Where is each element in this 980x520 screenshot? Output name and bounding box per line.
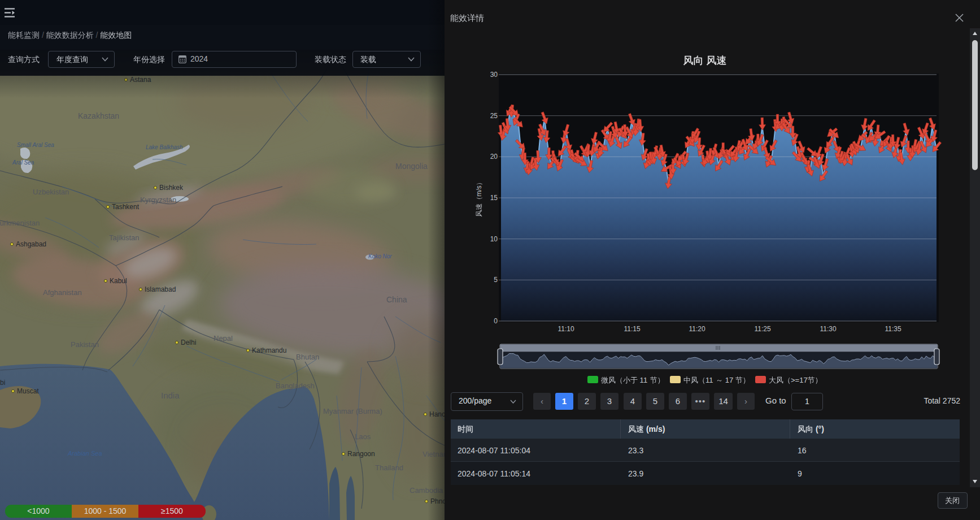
svg-text:11: 11 (638, 376, 650, 384)
svg-text:/: / (40, 31, 46, 40)
svg-text:17: 17 (723, 376, 735, 384)
svg-text:>=17: >=17 (791, 376, 808, 384)
svg-text:11: 11 (705, 376, 715, 384)
svg-text:(m/s): (m/s) (644, 424, 665, 434)
svg-text:m/s: m/s (475, 185, 483, 196)
svg-text:(°): (°) (813, 424, 824, 434)
svg-text:/: / (94, 31, 101, 40)
